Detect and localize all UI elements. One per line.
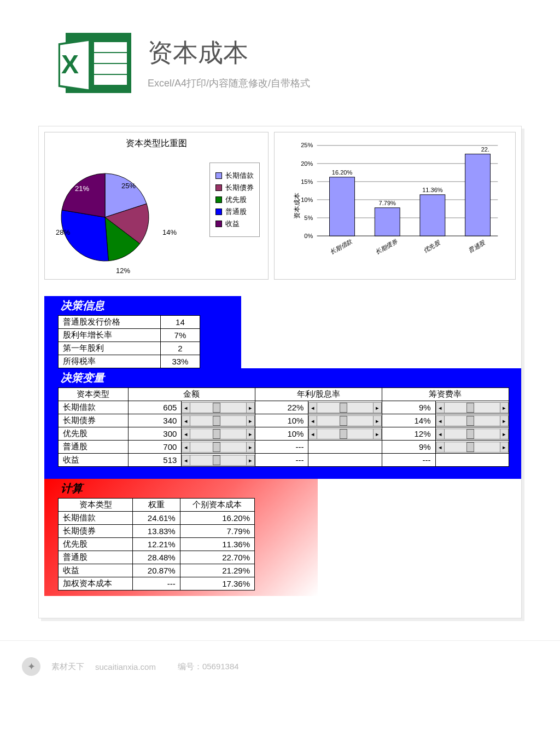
cell-amount[interactable]: 700 [128,441,182,454]
col-header: 筹资费率 [382,388,509,401]
cell-amount[interactable]: 340 [128,414,182,427]
cell-cost: 17.36% [180,577,254,590]
cell-fee[interactable]: 14% [382,414,435,427]
legend-item: 普通股 [225,207,247,217]
arrow-left-icon[interactable]: ◂ [182,442,190,453]
decision-var-table: 资本类型 金额 年利/股息率 筹资费率 长期借款 605 ◂▸ 22% ◂▸ 9… [58,387,509,467]
cell-slider[interactable]: ◂▸ [435,427,509,441]
arrow-left-icon[interactable]: ◂ [182,415,190,426]
arrow-right-icon[interactable]: ▸ [500,442,509,453]
arrow-left-icon[interactable]: ◂ [436,428,445,439]
cell-fee[interactable]: 9% [382,441,435,454]
arrow-left-icon[interactable]: ◂ [308,402,317,413]
pie-legend: 长期借款 长期债券 优先股 普通股 收益 [209,163,260,237]
cell-slider[interactable]: ◂▸ [182,441,255,454]
arrow-left-icon[interactable]: ◂ [182,455,190,466]
slider-control[interactable]: ◂▸ [436,428,509,440]
footer-logo-icon: ✦ [22,657,40,676]
arrow-right-icon[interactable]: ▸ [500,402,509,413]
decision-info-table: 普通股发行价格14股利年增长率7%第一年股利2所得税率33% [58,315,200,368]
cell-value[interactable]: 2 [160,342,200,355]
calculation-section: 计算 资本类型权重个别资本成本 长期借款 24.61% 16.20%长期债券 1… [44,479,318,596]
arrow-right-icon[interactable]: ▸ [500,415,509,426]
bar-chart: 资本成本 25% 20% 15% 10% 5% 0% 16.20% [274,132,516,280]
table-row: 长期借款 24.61% 16.20% [59,512,255,525]
arrow-right-icon[interactable]: ▸ [246,402,255,413]
table-row: 第一年股利2 [59,342,200,355]
cell-type: 收益 [59,564,133,577]
slider-control[interactable]: ◂▸ [182,402,254,414]
cell-amount[interactable]: 605 [128,401,182,414]
cell-value[interactable]: 7% [160,329,200,342]
cell-slider[interactable]: ◂▸ [182,427,255,441]
cell-slider[interactable]: ◂▸ [435,401,509,414]
cell-slider[interactable]: ◂▸ [308,414,382,427]
col-header: 资本类型 [59,499,133,512]
slider-control[interactable]: ◂▸ [308,428,381,440]
svg-text:11.36%: 11.36% [422,187,443,193]
slider-control[interactable]: ◂▸ [436,415,509,427]
svg-rect-18 [465,154,491,236]
cell-slider[interactable]: ◂▸ [182,414,255,427]
svg-text:0%: 0% [304,233,313,239]
cell-slider[interactable] [308,441,382,454]
cell-slider[interactable]: ◂▸ [435,414,509,427]
arrow-right-icon[interactable]: ▸ [246,442,255,453]
legend-item: 长期借款 [225,171,254,181]
cell-slider[interactable]: ◂▸ [435,441,509,454]
cell-value[interactable]: 14 [160,316,200,329]
cell-rate[interactable]: 10% [255,427,308,441]
cell-slider[interactable] [435,454,509,467]
arrow-left-icon[interactable]: ◂ [308,415,317,426]
arrow-right-icon[interactable]: ▸ [500,428,509,439]
cell-fee[interactable]: 12% [382,427,435,441]
bar-ylabel: 资本成本 [293,193,301,219]
cell-fee[interactable]: --- [382,454,435,467]
slider-control[interactable]: ◂▸ [182,454,254,466]
arrow-right-icon[interactable]: ▸ [246,415,255,426]
cell-slider[interactable]: ◂▸ [182,401,255,414]
cell-slider[interactable]: ◂▸ [182,454,255,467]
slider-control[interactable]: ◂▸ [182,428,254,440]
arrow-right-icon[interactable]: ▸ [373,415,382,426]
arrow-right-icon[interactable]: ▸ [373,402,382,413]
table-row: 加权资本成本 --- 17.36% [59,577,255,590]
svg-rect-14 [375,208,400,236]
table-row: 收益 513 ◂▸ --- --- [59,454,509,467]
cell-fee[interactable]: 9% [382,401,435,414]
footer-id-label: 编号：05691384 [178,662,239,672]
excel-icon: X [66,33,131,93]
arrow-right-icon[interactable]: ▸ [246,455,255,466]
slider-control[interactable]: ◂▸ [308,415,381,427]
svg-text:22.: 22. [481,146,489,153]
table-row: 收益 20.87% 21.29% [59,564,255,577]
cell-rate[interactable]: --- [255,441,308,454]
arrow-left-icon[interactable]: ◂ [182,402,190,413]
cell-amount[interactable]: 300 [128,427,182,441]
slider-control[interactable]: ◂▸ [308,402,381,414]
arrow-left-icon[interactable]: ◂ [436,442,445,453]
cell-rate[interactable]: 10% [255,414,308,427]
cell-value[interactable]: 33% [160,355,200,368]
slider-control[interactable]: ◂▸ [182,441,254,453]
cell-slider[interactable]: ◂▸ [308,427,382,441]
cell-type: 长期债券 [59,525,133,538]
slider-control[interactable]: ◂▸ [182,415,254,427]
cell-slider[interactable]: ◂▸ [308,401,382,414]
cell-label: 第一年股利 [59,342,161,355]
cell-rate[interactable]: --- [255,454,308,467]
arrow-left-icon[interactable]: ◂ [308,428,317,439]
arrow-left-icon[interactable]: ◂ [182,428,190,439]
cell-slider[interactable] [308,454,382,467]
cell-rate[interactable]: 22% [255,401,308,414]
table-row: 普通股发行价格14 [59,316,200,329]
slider-control[interactable]: ◂▸ [436,441,509,453]
calculation-title: 计算 [44,479,318,498]
title-block: 资本成本 Excel/A4打印/内容随意修改/自带格式 [148,36,310,90]
arrow-left-icon[interactable]: ◂ [436,402,445,413]
arrow-right-icon[interactable]: ▸ [246,428,255,439]
arrow-right-icon[interactable]: ▸ [373,428,382,439]
arrow-left-icon[interactable]: ◂ [436,415,445,426]
slider-control[interactable]: ◂▸ [436,402,509,414]
cell-amount[interactable]: 513 [128,454,182,467]
